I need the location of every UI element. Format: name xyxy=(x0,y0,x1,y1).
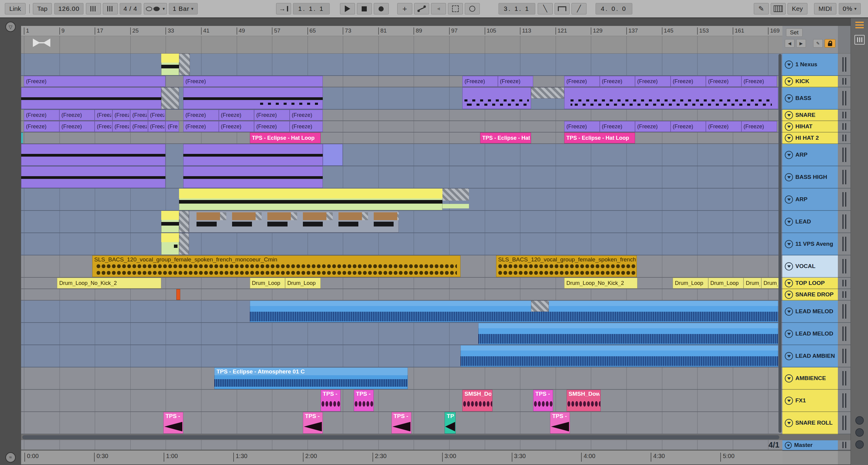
track-header[interactable]: 1 Nexus xyxy=(782,54,838,76)
clip[interactable]: (Freeze) xyxy=(219,110,254,121)
clip[interactable] xyxy=(161,233,179,255)
track-header[interactable]: SNARE DROP xyxy=(782,289,838,301)
clip[interactable]: TPS - xyxy=(321,390,341,411)
clip[interactable] xyxy=(462,87,531,109)
clip[interactable]: (Freeze) xyxy=(600,76,635,87)
clip[interactable]: (Freeze) xyxy=(95,110,113,121)
clip[interactable] xyxy=(564,87,778,109)
track-header[interactable]: BASS HIGH xyxy=(782,166,838,189)
track-header[interactable]: HIHAT xyxy=(782,121,838,133)
nudge-up-button[interactable] xyxy=(103,3,118,14)
clip[interactable] xyxy=(179,54,190,75)
midi-map-button[interactable]: MIDI xyxy=(814,3,836,14)
clip[interactable] xyxy=(21,87,161,109)
clip[interactable] xyxy=(478,323,778,344)
overdub-button[interactable]: + xyxy=(397,3,412,14)
forward-button[interactable]: ▶ xyxy=(796,39,806,47)
clip[interactable] xyxy=(323,144,343,166)
clip[interactable]: TPS - xyxy=(163,412,183,434)
arrangement-position-field[interactable]: 1. 1. 1 xyxy=(293,3,330,14)
clip[interactable]: (Freeze) xyxy=(130,110,148,121)
track-lane[interactable] xyxy=(21,166,782,189)
track-lane[interactable] xyxy=(21,289,782,301)
track-fold-icon[interactable] xyxy=(785,77,793,86)
clip[interactable]: (Freeze) xyxy=(600,121,635,132)
clip[interactable]: (Freeze) xyxy=(671,121,706,132)
track-header[interactable]: LEAD MELOD xyxy=(782,301,838,323)
play-button[interactable] xyxy=(340,3,355,14)
clip[interactable]: Drum_Loop xyxy=(744,278,761,289)
menu-icon[interactable] xyxy=(855,22,864,28)
clip[interactable]: (Freeze) xyxy=(95,121,113,132)
track-fold-icon[interactable] xyxy=(785,262,793,270)
clip[interactable]: (Freeze) xyxy=(59,121,95,132)
track-lane[interactable] xyxy=(21,87,782,110)
track-fold-icon[interactable] xyxy=(785,123,793,131)
beat-time-ruler[interactable]: 1917253341495765738189971051131211291371… xyxy=(21,26,782,36)
clip[interactable] xyxy=(179,233,189,255)
track-fold-icon[interactable] xyxy=(785,307,793,315)
track-header[interactable]: LEAD xyxy=(782,211,838,233)
track-header[interactable]: FX1 xyxy=(782,390,838,412)
track-lane[interactable] xyxy=(21,323,782,345)
track-header[interactable]: TOP LOOP xyxy=(782,278,838,289)
stop-button[interactable] xyxy=(357,3,372,14)
clip[interactable]: SMSH_Dow xyxy=(567,390,601,411)
clip[interactable] xyxy=(21,133,23,143)
clip[interactable]: (Freeze) xyxy=(219,121,254,132)
clip[interactable]: (Freeze) xyxy=(741,76,777,87)
track-header[interactable]: VOCAL xyxy=(782,255,838,278)
track-lane[interactable] xyxy=(21,54,782,76)
clip[interactable] xyxy=(21,144,165,166)
track-lane[interactable]: (Freeze)(Freeze)(Freeze)(Freeze)(Freeze)… xyxy=(21,121,782,133)
clip[interactable] xyxy=(442,189,469,210)
track-lane[interactable] xyxy=(21,233,782,255)
clip[interactable]: TPS - Eclipse - Hat Loop xyxy=(480,133,531,143)
clip[interactable]: (Freeze) xyxy=(59,110,95,121)
clip[interactable] xyxy=(531,301,549,312)
clip[interactable]: TPS - xyxy=(392,412,411,434)
track-lane[interactable] xyxy=(21,301,782,323)
draw-automation-button[interactable]: ✎ xyxy=(813,39,823,47)
clip[interactable]: (Freeze) xyxy=(462,76,498,87)
clip[interactable] xyxy=(179,211,189,232)
track-header[interactable]: KICK xyxy=(782,76,838,87)
clip[interactable]: (Freeze) xyxy=(564,121,600,132)
track-header[interactable]: LEAD AMBIEN xyxy=(782,345,838,367)
clip[interactable] xyxy=(189,211,398,232)
clip[interactable]: (Freeze) xyxy=(148,110,166,121)
track-fold-icon[interactable] xyxy=(785,111,793,119)
track-lane[interactable] xyxy=(21,189,782,211)
quantize-menu[interactable]: 1 Bar ▾ xyxy=(169,3,198,14)
clip[interactable] xyxy=(161,54,179,75)
scrub-area[interactable] xyxy=(21,36,782,53)
track-lane[interactable]: TPS - Eclipse - Hat LoopTPS - Eclipse - … xyxy=(21,133,782,144)
track-header[interactable]: SNARE xyxy=(782,110,838,121)
clip[interactable]: (Freeze) xyxy=(113,110,130,121)
track-fold-icon[interactable] xyxy=(785,442,792,449)
clip[interactable] xyxy=(21,166,165,188)
track-lane[interactable]: TPS -TPS -SMSH_DowTPS -SMSH_Dow xyxy=(21,390,782,412)
time-ruler[interactable]: 0:000:301:001:302:002:303:003:304:004:30… xyxy=(21,450,782,464)
nudge-down-button[interactable] xyxy=(86,3,101,14)
track-header[interactable]: SNARE ROLL xyxy=(782,412,838,434)
clip[interactable] xyxy=(250,301,778,322)
automation-arm-button[interactable] xyxy=(414,3,429,14)
clip[interactable]: (Freeze) xyxy=(290,121,323,132)
draw-mode-button[interactable]: ✎ xyxy=(754,3,769,14)
clip[interactable]: (Freeze) xyxy=(564,76,600,87)
track-lane[interactable] xyxy=(21,211,782,233)
follow-scroll-button[interactable] xyxy=(855,440,864,449)
track-lane[interactable]: (Freeze)(Freeze)(Freeze)(Freeze)(Freeze)… xyxy=(21,76,782,87)
fold-tracks-button[interactable]: ▽ xyxy=(5,22,16,32)
follow-button[interactable]: → xyxy=(276,3,291,14)
track-fold-icon[interactable] xyxy=(785,134,793,142)
track-fold-icon[interactable] xyxy=(785,218,793,226)
clip[interactable]: (Freeze) xyxy=(290,110,323,121)
clip[interactable]: (Freeze) xyxy=(24,76,165,87)
clip[interactable]: (Freeze) xyxy=(706,76,741,87)
clip[interactable] xyxy=(176,289,180,300)
clip[interactable]: (Freeze) xyxy=(183,76,323,87)
clip[interactable]: TPS - xyxy=(533,390,553,411)
clip[interactable]: (Freeze) xyxy=(130,121,148,132)
